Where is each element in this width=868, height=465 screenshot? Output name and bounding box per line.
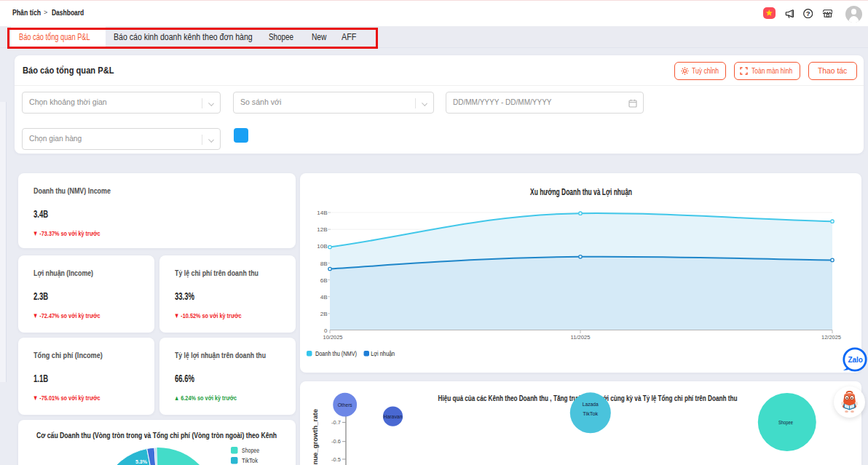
svg-text:Xu hướng Doanh thu và Lợi nhuậ: Xu hướng Doanh thu và Lợi nhuận [530,187,632,197]
svg-text:-0.6: -0.6 [331,438,341,445]
svg-text:0: 0 [324,327,328,334]
svg-text:5.3%: 5.3% [135,459,148,464]
svg-text:Shopee: Shopee [242,447,259,454]
svg-text:12/2025: 12/2025 [821,334,842,341]
svg-text:2B: 2B [320,311,328,317]
svg-text:11/2025: 11/2025 [571,334,591,341]
svg-text:Cơ cấu Doanh thu (Vòng tròn tr: Cơ cấu Doanh thu (Vòng tròn trong và Tổn… [36,431,277,440]
svg-text:-0.5: -0.5 [331,456,341,463]
svg-text:10/2025: 10/2025 [323,334,344,341]
svg-text:Shopee: Shopee [778,419,793,426]
svg-text:10B: 10B [317,243,327,250]
svg-text:Lợi nhuận: Lợi nhuận [371,349,395,357]
svg-text:revenue_growth_rate: revenue_growth_rate [311,409,319,465]
svg-text:TikTok: TikTok [583,410,599,417]
svg-text:?: ? [806,9,810,17]
svg-text:4B: 4B [320,294,328,301]
svg-text:-0.7: -0.7 [331,419,341,426]
svg-text:Haravan: Haravan [384,413,403,420]
svg-text:Zalo: Zalo [848,355,863,364]
svg-text:Others: Others [338,402,352,408]
svg-text:12B: 12B [317,226,327,233]
svg-text:TikTok: TikTok [242,457,258,464]
svg-text:14B: 14B [317,210,327,216]
svg-text:6B: 6B [320,277,328,284]
svg-text:Lazada: Lazada [583,401,599,408]
svg-text:Doanh thu (NMV): Doanh thu (NMV) [315,349,357,357]
svg-text:8B: 8B [320,261,328,267]
